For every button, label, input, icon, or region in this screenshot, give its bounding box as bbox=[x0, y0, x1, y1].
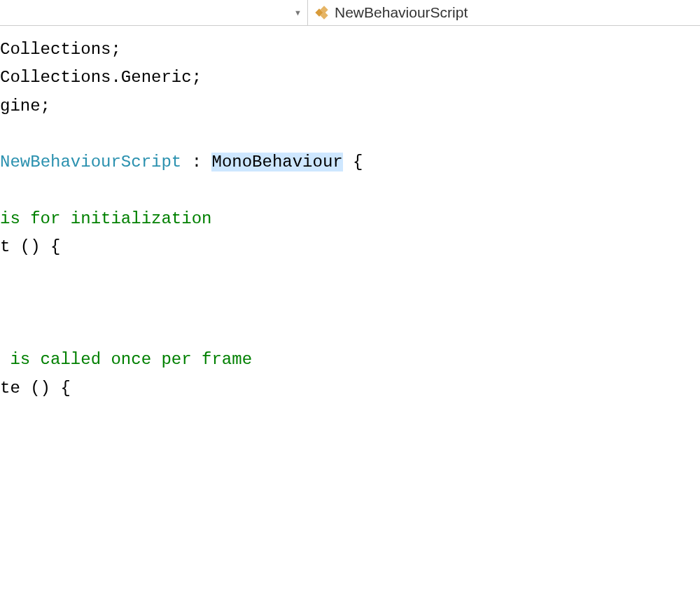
chevron-down-icon: ▼ bbox=[294, 8, 302, 17]
code-line: Start () { bbox=[0, 237, 60, 256]
code-line: stem.Collections.Generic; bbox=[0, 68, 202, 87]
code-line: se this for initialization bbox=[0, 209, 211, 228]
code-line: Update () { bbox=[0, 379, 71, 398]
code-line: ltyEngine; bbox=[0, 97, 50, 115]
code-line: odate is called once per frame bbox=[0, 350, 252, 369]
breadcrumb-right-segment[interactable]: NewBehaviourScript bbox=[308, 0, 700, 25]
code-editor[interactable]: stem.Collections; stem.Collections.Gener… bbox=[0, 26, 700, 402]
code-line: lass NewBehaviourScript : MonoBehaviour … bbox=[0, 153, 363, 172]
breadcrumb-bar: ▼ NewBehaviourScript bbox=[0, 0, 700, 26]
class-icon bbox=[315, 6, 330, 20]
breadcrumb-left-segment[interactable]: ▼ bbox=[0, 0, 308, 25]
code-line: stem.Collections; bbox=[0, 40, 121, 59]
breadcrumb-class-label: NewBehaviourScript bbox=[335, 4, 468, 21]
